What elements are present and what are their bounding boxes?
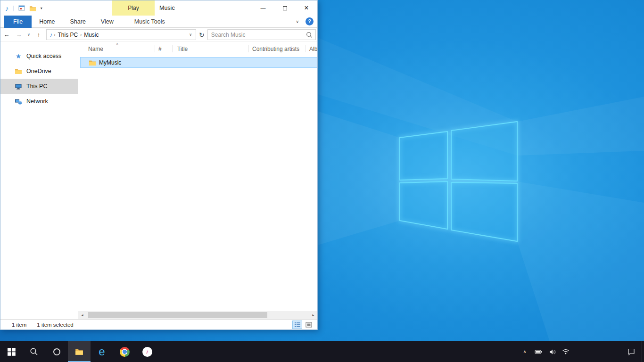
tray-overflow-button[interactable]: ∧ — [520, 349, 530, 354]
close-button[interactable]: × — [296, 0, 317, 16]
sidebar-item-this-pc[interactable]: This PC — [0, 79, 78, 94]
search-input[interactable] — [208, 32, 306, 38]
file-explorer-window: ♪ | ▾ Play Music — × — [0, 0, 318, 330]
file-explorer-icon — [74, 347, 84, 356]
large-icons-view-button[interactable] — [304, 321, 314, 329]
star-icon: ★ — [15, 52, 22, 60]
windows-logo-icon — [8, 348, 16, 356]
sidebar-item-label: This PC — [26, 83, 47, 90]
view-toggles — [292, 321, 314, 329]
onedrive-folder-icon — [15, 67, 22, 75]
scrollbar-track[interactable] — [86, 311, 309, 319]
qat-separator: | — [13, 5, 14, 11]
cortana-button[interactable] — [45, 341, 68, 362]
status-bar: 1 item 1 item selected — [0, 319, 317, 329]
scrollbar-thumb[interactable] — [88, 312, 267, 318]
action-center-icon — [627, 348, 635, 355]
back-button[interactable]: ← — [0, 31, 13, 38]
network-icon — [15, 98, 22, 105]
music-note-icon: ♪ — [146, 348, 149, 355]
sidebar-item-label: Network — [26, 98, 48, 105]
windows-logo — [400, 122, 517, 241]
action-center-button[interactable] — [620, 341, 642, 362]
ribbon-collapse-icon[interactable]: ∨ — [292, 19, 303, 24]
tab-music-tools[interactable]: Music Tools — [127, 16, 173, 28]
horizontal-scrollbar[interactable]: ◄ ► — [78, 311, 317, 319]
scroll-left-icon[interactable]: ◄ — [78, 313, 86, 317]
music-note-icon: ♪ — [50, 31, 53, 38]
column-header-number[interactable]: # — [158, 46, 162, 52]
taskbar-search-button[interactable] — [23, 341, 45, 362]
sidebar-item-onedrive[interactable]: OneDrive — [0, 64, 78, 79]
speaker-icon — [549, 348, 556, 355]
start-button[interactable] — [0, 341, 23, 362]
caption-buttons: — × — [252, 0, 317, 16]
new-folder-icon[interactable] — [29, 4, 37, 12]
wifi-icon — [562, 348, 570, 355]
breadcrumb-this-pc[interactable]: This PC — [56, 32, 81, 38]
address-dropdown-chevron-icon[interactable]: ∨ — [188, 33, 193, 37]
sidebar-item-network[interactable]: Network — [0, 94, 78, 109]
chevron-up-icon: ∧ — [523, 349, 527, 354]
breadcrumb-music[interactable]: Music — [82, 32, 101, 38]
title-bar[interactable]: ♪ | ▾ Play Music — × — [0, 0, 317, 16]
maximize-button[interactable] — [274, 0, 296, 16]
customize-qat-chevron-icon[interactable]: ▾ — [41, 6, 42, 10]
search-icon — [30, 347, 38, 356]
contextual-tab-group-play[interactable]: Play — [112, 0, 155, 16]
column-header-contributing-artists[interactable]: Contributing artists — [252, 46, 299, 52]
column-separator[interactable] — [248, 45, 249, 52]
battery-tray-button[interactable] — [533, 348, 544, 355]
column-header-name[interactable]: Name — [88, 46, 103, 52]
sidebar-item-label: OneDrive — [26, 68, 51, 74]
taskbar-file-explorer-button[interactable] — [68, 341, 91, 362]
music-app-icon: ♪ — [142, 347, 152, 357]
computer-icon — [15, 82, 22, 90]
tab-home[interactable]: Home — [32, 16, 62, 28]
refresh-icon[interactable]: ↻ — [199, 31, 205, 39]
close-icon: × — [304, 4, 308, 12]
music-note-icon: ♪ — [5, 4, 9, 12]
maximize-icon — [283, 6, 287, 10]
up-button[interactable]: ↑ — [33, 31, 45, 38]
tab-file[interactable]: File — [4, 16, 32, 28]
column-separator[interactable] — [305, 45, 305, 52]
taskbar-music-app-button[interactable]: ♪ — [136, 341, 158, 362]
column-header-album[interactable]: Alb — [309, 46, 317, 52]
file-name: MyMusic — [99, 59, 121, 66]
forward-button[interactable]: → — [13, 31, 25, 38]
item-count: 1 item — [12, 322, 26, 328]
taskbar-internet-explorer-button[interactable]: e — [91, 341, 113, 362]
column-header-title[interactable]: Title — [177, 46, 188, 52]
address-bar[interactable]: ♪ › This PC › Music ∨ — [46, 29, 196, 40]
scroll-right-icon[interactable]: ► — [309, 313, 317, 317]
file-list-area[interactable]: ∧ Name # Title Contributing artists Alb … — [78, 42, 317, 319]
internet-explorer-icon: e — [99, 345, 105, 358]
ribbon-tab-bar: File Home Share View Music Tools ∨ ? — [0, 16, 317, 28]
chrome-icon — [120, 347, 130, 357]
minimize-icon: — — [261, 5, 266, 11]
search-icon[interactable] — [306, 32, 313, 38]
minimize-button[interactable]: — — [252, 0, 274, 16]
show-desktop-button[interactable] — [642, 341, 644, 362]
sidebar-item-label: Quick access — [26, 53, 61, 59]
file-row-mymusic[interactable]: MyMusic — [80, 57, 317, 68]
recent-locations-chevron-icon[interactable]: ∨ — [25, 33, 33, 37]
address-toolbar: ← → ∨ ↑ ♪ › This PC › Music ∨ ↻ — [0, 28, 317, 42]
properties-icon[interactable] — [18, 4, 25, 12]
sidebar-item-quick-access[interactable]: ★ Quick access — [0, 49, 78, 64]
selected-count: 1 item selected — [37, 322, 73, 328]
taskbar-chrome-button[interactable] — [113, 341, 136, 362]
sort-ascending-icon: ∧ — [116, 42, 118, 46]
system-tray: ∧ — [518, 341, 573, 362]
taskbar-empty-area — [573, 341, 620, 362]
help-icon[interactable]: ? — [305, 17, 314, 25]
tab-share[interactable]: Share — [63, 16, 93, 28]
column-separator[interactable] — [155, 45, 155, 52]
volume-tray-button[interactable] — [547, 348, 557, 355]
tab-view[interactable]: View — [93, 16, 121, 28]
network-tray-button[interactable] — [561, 348, 571, 355]
column-separator[interactable] — [172, 45, 173, 52]
column-header-row: ∧ Name # Title Contributing artists Alb — [78, 42, 317, 55]
details-view-button[interactable] — [292, 321, 302, 329]
